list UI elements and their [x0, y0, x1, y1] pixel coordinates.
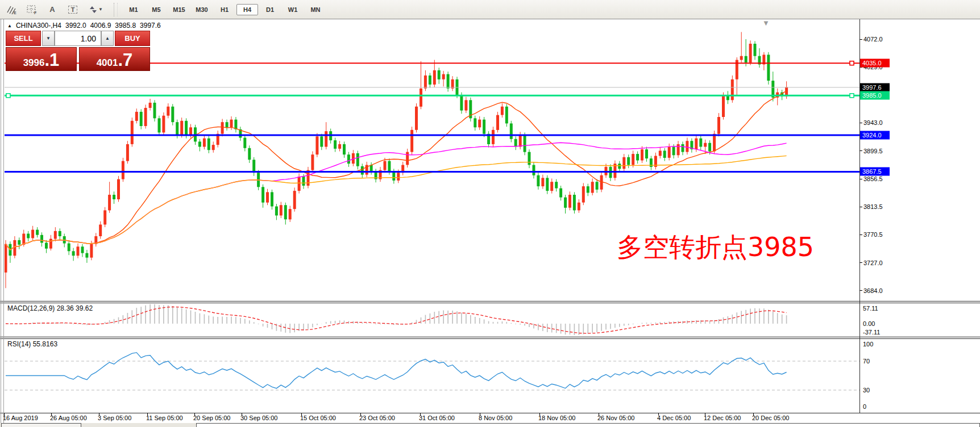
timeframe-button-MN[interactable]: MN: [305, 4, 326, 15]
buy-price-display[interactable]: 4001.7: [79, 47, 150, 71]
price-tick-label: 3813.5: [863, 203, 883, 210]
date-tick-label: 26 Nov 05:00: [597, 415, 634, 421]
date-tick-label: 3 Sep 05:00: [98, 415, 131, 421]
price-tick-label: 4072.0: [863, 36, 883, 43]
date-tick-label: 11 Sep 05:00: [146, 415, 183, 421]
volume-increase-button[interactable]: ▲: [101, 31, 114, 46]
chart-text-annotation[interactable]: 多空转折点3985: [617, 230, 814, 265]
price-badge: 3985.0: [860, 91, 890, 100]
svg-text:E: E: [14, 11, 16, 15]
timeframe-button-D1[interactable]: D1: [259, 4, 281, 15]
sell-price-display[interactable]: 3996.1: [6, 47, 77, 71]
date-tick-label: 31 Oct 05:00: [419, 415, 455, 421]
buy-button[interactable]: BUY: [115, 31, 150, 46]
price-tick-label: 3684.0: [863, 287, 883, 294]
price-tick-label: 3943.0: [863, 119, 883, 126]
chart-tab[interactable]: [1, 423, 81, 427]
toolbar: E F A T ▼ M1M5M15M30H1H4D1W1MN: [0, 0, 980, 19]
chevron-down-icon: ▼: [98, 7, 103, 12]
timeframe-button-M30[interactable]: M30: [191, 4, 213, 15]
price-tick-label: 3770.5: [863, 231, 883, 238]
date-tick-label: 18 Nov 05:00: [538, 415, 575, 421]
ohlc-high: 4006.9: [90, 22, 111, 30]
sell-button[interactable]: SELL: [6, 31, 41, 46]
svg-text:F: F: [34, 11, 37, 15]
date-tick-label: 16 Aug 2019: [3, 415, 38, 421]
price-badge: 4035.0: [860, 59, 890, 68]
timeframe-button-M15[interactable]: M15: [168, 4, 190, 15]
collapse-triangle-icon[interactable]: ▲: [7, 23, 12, 28]
text-box-glyph: T: [68, 6, 78, 14]
volume-decrease-button[interactable]: ▼: [42, 31, 55, 46]
timeframe-button-W1[interactable]: W1: [282, 4, 304, 15]
timeframe-buttons: M1M5M15M30H1H4D1W1MN: [122, 4, 327, 15]
price-tick-label: 3856.5: [863, 175, 883, 182]
ohlc-open: 3992.0: [65, 22, 86, 30]
ohlc-close: 3997.6: [140, 22, 161, 30]
date-tick-label: 15 Oct 05:00: [300, 415, 336, 421]
toolbar-separator: [114, 3, 118, 16]
date-tick-label: 4 Dec 05:00: [657, 415, 691, 421]
volume-input[interactable]: 1.00: [55, 31, 101, 46]
timeframe-button-M1[interactable]: M1: [123, 4, 144, 15]
buy-price-pip: .7: [118, 52, 132, 69]
chart-tab-bar: [0, 423, 980, 427]
timeframe-button-H1[interactable]: H1: [214, 4, 235, 15]
rsi-scale-label: 30: [863, 387, 870, 393]
symbol-header: ▲ CHINA300-,H4 3992.0 4006.9 3985.8 3997…: [7, 22, 161, 30]
macd-scale-label: -37.11: [863, 329, 880, 336]
ohlc-low: 3985.8: [115, 22, 136, 30]
symbol-name: CHINA300-,H4: [16, 22, 61, 30]
sell-price-pip: .1: [44, 52, 59, 69]
rsi-scale-label: 100: [863, 341, 873, 348]
indicator-studies-icon[interactable]: E: [2, 2, 20, 18]
date-tick-label: 8 Nov 05:00: [479, 415, 512, 421]
price-tick-label: 3727.0: [863, 259, 883, 266]
price-tick-label: 3899.5: [863, 148, 883, 154]
rsi-scale-label: 70: [863, 358, 870, 365]
date-tick-label: 12 Dec 05:00: [704, 415, 741, 421]
buy-price-main: 4001: [97, 57, 118, 69]
timeframe-button-H4[interactable]: H4: [236, 4, 258, 15]
text-box-icon[interactable]: T: [64, 2, 82, 18]
date-tick-label: 23 Oct 05:00: [359, 415, 395, 421]
rsi-scale-label: 0: [863, 403, 866, 410]
macd-label: MACD(12,26,9) 28.36 39.62: [7, 304, 93, 312]
grid-icon[interactable]: F: [23, 2, 41, 18]
macd-scale-label: 0.00: [863, 320, 875, 327]
date-tick-label: 30 Sep 05:00: [240, 415, 277, 421]
date-tick-label: 20 Sep 05:00: [193, 415, 230, 421]
sell-price-main: 3996: [23, 57, 45, 69]
date-tick-label: 26 Aug 05:00: [50, 415, 87, 421]
rsi-label: RSI(14) 55.8163: [7, 340, 57, 348]
price-badge: 3997.6: [860, 83, 890, 91]
one-click-trading-panel: SELL ▼ 1.00 ▲ BUY 3996.1 4001.7: [6, 31, 150, 71]
text-label-icon[interactable]: A: [43, 2, 61, 18]
date-tick-label: 20 Dec 05:00: [752, 415, 789, 421]
arrow-objects-icon[interactable]: ▼: [84, 2, 108, 18]
price-badge: 3924.0: [860, 131, 890, 139]
chart-tab[interactable]: [196, 423, 980, 427]
macd-scale-label: 57.11: [863, 305, 878, 312]
down-arrow-marker-icon[interactable]: ▼: [762, 19, 770, 27]
price-badge: 3867.5: [860, 168, 890, 176]
timeframe-button-M5[interactable]: M5: [146, 4, 167, 15]
